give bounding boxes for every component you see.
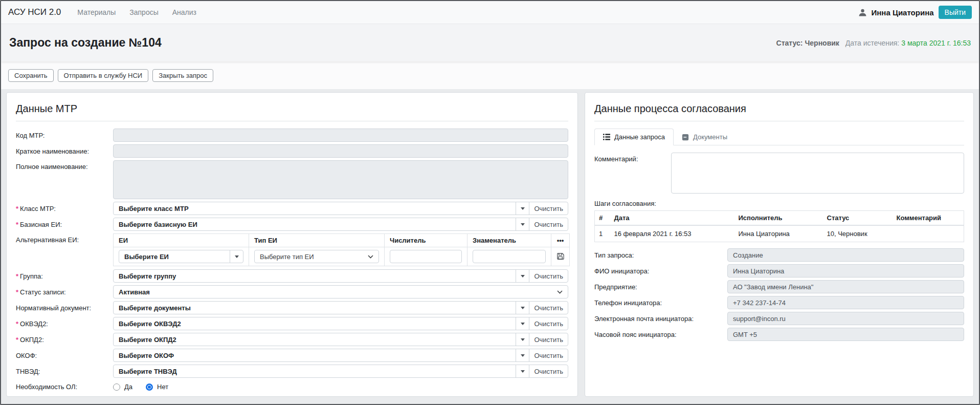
radio-checked-icon[interactable]: [146, 383, 153, 391]
form-row-alt-ei: Альтернативная ЕИ: ЕИ Тип ЕИ Числитель З…: [16, 233, 568, 266]
tab-documents[interactable]: Документы: [674, 129, 736, 145]
ol-radio-group: Да Нет: [113, 383, 568, 391]
norm-doc-caret-button[interactable]: [516, 301, 529, 314]
okof-caret-button[interactable]: [516, 349, 529, 362]
group-label: Группа:: [20, 272, 43, 280]
user-name: Инна Циаторина: [872, 8, 934, 17]
okpd2-dropdown[interactable]: Выберите ОКПД2: [113, 333, 516, 346]
form-row-norm-doc: Нормативный документ: Выберите документы…: [16, 301, 568, 314]
comment-label: Комментарий:: [594, 153, 671, 163]
norm-doc-label: Нормативный документ:: [16, 304, 113, 312]
nav-item-requests[interactable]: Запросы: [129, 8, 158, 16]
group-clear-button[interactable]: Очистить: [529, 269, 568, 283]
user-icon: [858, 8, 867, 17]
mtr-class-clear-button[interactable]: Очистить: [529, 202, 568, 215]
group-caret-button[interactable]: [516, 269, 529, 283]
tnved-dropdown[interactable]: Выберите ТНВЭД: [113, 365, 516, 378]
base-ei-clear-button[interactable]: Очистить: [529, 218, 568, 231]
navbar-right: Инна Циаторина Выйти: [858, 6, 972, 19]
alt-ei-dropdown[interactable]: Выберите ЕИ: [119, 250, 230, 263]
caret-down-icon: [521, 223, 525, 226]
form-row-enterprise: Предприятие: АО "Завод имени Ленина": [594, 280, 964, 293]
initiator-name-label: ФИО инициатора:: [594, 267, 727, 275]
okved2-label: ОКВЭД2:: [20, 320, 48, 328]
caret-down-icon: [521, 370, 525, 373]
okof-label: ОКОФ:: [16, 352, 113, 359]
alt-ei-col-numerator: Числитель: [385, 234, 467, 247]
send-to-nsi-button[interactable]: Отправить в службу НСИ: [58, 69, 149, 82]
request-type-label: Тип запроса:: [594, 251, 727, 259]
alt-ei-col-type: Тип ЕИ: [249, 234, 385, 247]
okved2-dropdown[interactable]: Выберите ОКВЭД2: [113, 317, 516, 330]
form-row-record-status: *Статус записи: Активная: [16, 285, 568, 299]
alt-ei-caret-button[interactable]: [230, 250, 243, 263]
enterprise-field: АО "Завод имени Ленина": [727, 280, 964, 293]
okpd2-caret-button[interactable]: [516, 333, 529, 346]
tnved-clear-button[interactable]: Очистить: [529, 365, 568, 378]
short-name-label: Краткое наименование:: [16, 147, 113, 155]
denominator-input[interactable]: [473, 250, 546, 263]
initiator-timezone-field: GMT +5: [727, 328, 964, 341]
mtr-code-label: Код МТР:: [16, 132, 113, 139]
radio-unchecked-icon[interactable]: [113, 383, 120, 391]
mtr-class-dropdown[interactable]: Выберите класс МТР: [113, 202, 516, 215]
save-row-button[interactable]: [555, 251, 566, 261]
norm-doc-dropdown[interactable]: Выберите документы: [113, 301, 516, 314]
numerator-input[interactable]: [390, 250, 462, 263]
okved2-clear-button[interactable]: Очистить: [529, 317, 568, 330]
steps-col-executor: Исполнитель: [734, 211, 823, 226]
document-icon: [682, 134, 689, 141]
save-button[interactable]: Сохранить: [8, 69, 54, 82]
norm-doc-clear-button[interactable]: Очистить: [529, 301, 568, 314]
ol-option-yes[interactable]: Да: [113, 383, 132, 391]
form-row-okof: ОКОФ: Выберите ОКОФ Очистить: [16, 349, 568, 362]
form-row-ol: Необходимость ОЛ: Да Нет: [16, 383, 568, 391]
okof-dropdown[interactable]: Выберите ОКОФ: [113, 349, 516, 362]
okpd2-clear-button[interactable]: Очистить: [529, 333, 568, 346]
tab-request-data[interactable]: Данные запроса: [594, 129, 674, 145]
app-brand[interactable]: АСУ НСИ 2.0: [8, 7, 61, 17]
alt-ei-label: Альтернативная ЕИ:: [16, 233, 113, 244]
required-asterisk: *: [16, 205, 18, 212]
step-comment: [893, 225, 964, 242]
base-ei-dropdown[interactable]: Выберите базисную ЕИ: [113, 218, 516, 231]
floppy-save-icon: [556, 252, 564, 260]
nav-item-materials[interactable]: Материалы: [77, 8, 116, 16]
nav-item-analysis[interactable]: Анализ: [172, 8, 196, 16]
step-status: 10, Черновик: [823, 225, 893, 242]
alt-ei-row: Выберите ЕИ Выберите тип ЕИ: [114, 247, 570, 266]
group-dropdown[interactable]: Выберите группу: [113, 269, 516, 283]
form-row-okpd2: *ОКПД2: Выберите ОКПД2 Очистить: [16, 333, 568, 346]
navbar: АСУ НСИ 2.0 Материалы Запросы Анализ Инн…: [1, 1, 979, 24]
form-row-comment: Комментарий:: [594, 153, 964, 194]
ol-option-no[interactable]: Нет: [146, 383, 168, 391]
record-status-label: Статус записи:: [20, 288, 66, 296]
okof-clear-button[interactable]: Очистить: [529, 349, 568, 362]
logout-button[interactable]: Выйти: [939, 6, 972, 19]
status-label: Статус:: [776, 39, 803, 47]
tnved-caret-button[interactable]: [516, 365, 529, 378]
okved2-caret-button[interactable]: [516, 317, 529, 330]
base-ei-label: Базисная ЕИ:: [20, 221, 62, 228]
close-request-button[interactable]: Закрыть запрос: [152, 69, 213, 82]
enterprise-label: Предприятие:: [594, 283, 727, 291]
status-badge: Черновик: [805, 39, 839, 47]
initiator-timezone-label: Часовой пояс инициатора:: [594, 331, 727, 338]
mtr-class-caret-button[interactable]: [516, 202, 529, 215]
caret-down-icon: [521, 307, 525, 309]
divider: [16, 121, 568, 121]
base-ei-caret-button[interactable]: [516, 218, 529, 231]
form-row-short-name: Краткое наименование:: [16, 144, 568, 158]
record-status-select[interactable]: Активная: [113, 285, 568, 299]
required-asterisk: *: [16, 272, 18, 280]
tnved-label: ТНВЭД:: [16, 368, 113, 375]
approval-steps-table: # Дата Исполнитель Статус Комментарий 1 …: [594, 210, 964, 242]
steps-col-number: #: [595, 211, 610, 226]
approval-panel-title: Данные процесса согласования: [594, 103, 964, 115]
comment-textarea[interactable]: [671, 153, 964, 194]
steps-col-comment: Комментарий: [893, 211, 964, 226]
required-asterisk: *: [16, 221, 18, 228]
alt-ei-type-select[interactable]: Выберите тип ЕИ: [254, 250, 379, 263]
alt-ei-table: ЕИ Тип ЕИ Числитель Знаменатель •••: [113, 233, 570, 266]
page-header: Запрос на создание №104 Статус:ЧерновикД…: [1, 24, 979, 61]
